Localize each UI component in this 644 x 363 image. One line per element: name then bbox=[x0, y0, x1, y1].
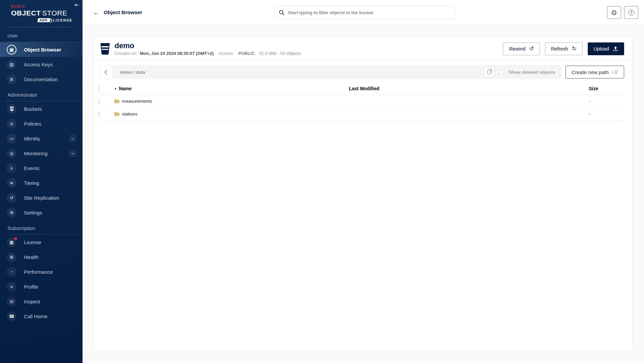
last-modified-cell bbox=[349, 108, 589, 121]
sidebar-item-settings[interactable]: ⚙Settings bbox=[0, 205, 83, 220]
notification-dot bbox=[14, 237, 17, 240]
sidebar-item-profile[interactable]: ≡Profile bbox=[0, 279, 83, 294]
refresh-icon: ↻ bbox=[572, 45, 577, 52]
bucket-browser-card: demo Created on: Mon, Jun 24 2024 08:30:… bbox=[94, 37, 633, 351]
bucket-info: demo Created on: Mon, Jun 24 2024 08:30:… bbox=[115, 41, 503, 56]
access-value[interactable]: PUBLIC bbox=[238, 51, 255, 56]
object-name[interactable]: stations bbox=[114, 111, 349, 117]
search-box[interactable] bbox=[275, 6, 455, 20]
access-keys-icon: ▤ bbox=[7, 60, 17, 69]
folder-icon bbox=[114, 112, 120, 116]
copy-path-button[interactable] bbox=[484, 67, 494, 77]
table-row-stations[interactable]: stations- bbox=[99, 108, 624, 121]
sidebar-item-buckets[interactable]: Buckets bbox=[0, 101, 83, 116]
show-deleted-checkbox[interactable] bbox=[499, 70, 504, 75]
created-on-label: Created on: bbox=[115, 51, 137, 56]
create-path-icon bbox=[612, 70, 618, 74]
sidebar-item-license[interactable]: ▦License bbox=[0, 235, 83, 250]
path-back-button[interactable] bbox=[99, 65, 113, 79]
bucket-name: demo bbox=[115, 41, 503, 50]
bucket-icon bbox=[100, 43, 110, 55]
logo: MINIO OBJECTSTORE AGPL LICENSE bbox=[0, 0, 83, 22]
sidebar-item-identity[interactable]: ▭Identity bbox=[0, 131, 83, 146]
chevron-down-icon[interactable] bbox=[69, 135, 76, 142]
sidebar-item-documentation[interactable]: ≣Documentation bbox=[0, 72, 83, 87]
license-row: AGPL LICENSE bbox=[11, 18, 72, 22]
search-icon bbox=[279, 10, 285, 15]
rewind-icon: ↺ bbox=[529, 45, 534, 52]
sort-asc-icon[interactable]: ▲ bbox=[114, 87, 117, 90]
rewind-label: Rewind bbox=[509, 46, 525, 52]
last-modified-cell bbox=[349, 95, 589, 108]
column-header-size[interactable]: Size bbox=[589, 82, 624, 95]
main-area: ← Object Browser ⚙ ? bbox=[83, 0, 644, 363]
create-new-path-button[interactable]: Create new path bbox=[566, 66, 624, 78]
select-all-checkbox[interactable] bbox=[99, 86, 99, 92]
breadcrumb[interactable]: demo / data bbox=[120, 70, 479, 75]
chevron-down-icon[interactable] bbox=[69, 150, 76, 157]
sidebar-item-site-replication[interactable]: ↺Site Replication bbox=[0, 190, 83, 205]
column-header-name[interactable]: ▲Name bbox=[114, 82, 349, 95]
create-new-path-label: Create new path bbox=[572, 69, 609, 75]
site-replication-icon: ↺ bbox=[7, 193, 17, 203]
upload-label: Upload bbox=[593, 46, 609, 52]
sidebar-item-label: Settings bbox=[24, 210, 42, 216]
sidebar-item-access-keys[interactable]: ▤Access Keys bbox=[0, 57, 83, 72]
sidebar-menu: User▣Object Browser▤Access Keys≣Document… bbox=[0, 27, 83, 324]
sidebar-item-label: Identity bbox=[24, 136, 40, 141]
sidebar-item-label: Events bbox=[24, 165, 39, 171]
search-input[interactable] bbox=[288, 10, 451, 15]
sidebar-collapse-icon[interactable]: ⇤ bbox=[75, 2, 79, 8]
help-button[interactable]: ? bbox=[624, 6, 638, 19]
refresh-label: Refresh bbox=[551, 46, 568, 52]
back-arrow-icon[interactable]: ← bbox=[93, 9, 99, 16]
identity-icon: ▭ bbox=[7, 134, 17, 143]
size-cell: - bbox=[589, 95, 624, 108]
profile-icon: ≡ bbox=[7, 282, 17, 292]
sidebar-item-call-home[interactable]: ☎Call Home bbox=[0, 309, 83, 324]
sidebar-item-performance[interactable]: ◔Performance bbox=[0, 264, 83, 279]
upload-button[interactable]: Upload bbox=[588, 42, 624, 55]
monitoring-icon: ◎ bbox=[7, 148, 17, 158]
bucket-meta: Created on: Mon, Jun 24 2024 08:30:07 (G… bbox=[115, 51, 503, 56]
bucket-actions: Rewind ↺ Refresh ↻ Upload bbox=[503, 42, 624, 55]
row-checkbox[interactable] bbox=[99, 111, 99, 117]
sidebar-item-label: Profile bbox=[24, 284, 38, 290]
created-on-value: Mon, Jun 24 2024 08:30:07 (GMT+2) bbox=[140, 51, 214, 56]
sidebar-item-events[interactable]: λEvents bbox=[0, 161, 83, 175]
column-header-last-modified[interactable]: Last Modified bbox=[349, 82, 589, 95]
refresh-button[interactable]: Refresh ↻ bbox=[545, 42, 583, 55]
sidebar-item-label: License bbox=[24, 239, 41, 245]
sidebar-item-label: Access Keys bbox=[24, 62, 53, 67]
sidebar-item-tiering[interactable]: ≋Tiering bbox=[0, 175, 83, 190]
sidebar-item-policies[interactable]: ⊙Policies bbox=[0, 116, 83, 131]
documentation-icon: ≣ bbox=[7, 74, 17, 84]
object-browser-icon: ▣ bbox=[7, 45, 17, 55]
sidebar: ⇤ MINIO OBJECTSTORE AGPL LICENSE User▣Ob… bbox=[0, 0, 83, 363]
sidebar-item-monitoring[interactable]: ◎Monitoring bbox=[0, 146, 83, 161]
product-name: OBJECTSTORE bbox=[11, 9, 72, 17]
page-title: Object Browser bbox=[104, 9, 142, 15]
agpl-badge: AGPL bbox=[37, 18, 51, 22]
table-row-measurements[interactable]: measurements- bbox=[99, 95, 624, 108]
browse-bar: demo / data Show deleted objects Create … bbox=[99, 65, 624, 79]
sidebar-item-label: Call Home bbox=[24, 314, 47, 319]
divider bbox=[94, 60, 632, 60]
settings-icon: ⚙ bbox=[7, 208, 17, 218]
sidebar-item-object-browser[interactable]: ▣Object Browser bbox=[0, 42, 83, 57]
settings-button[interactable]: ⚙ bbox=[607, 6, 621, 19]
objects-table-wrap: ▲Name Last Modified Size measurements- s… bbox=[94, 79, 632, 121]
size-cell: - bbox=[589, 108, 624, 121]
sidebar-item-inspect[interactable]: ⊟Inspect bbox=[0, 294, 83, 309]
row-checkbox[interactable] bbox=[99, 98, 99, 104]
chevron-left-icon bbox=[104, 70, 109, 75]
health-icon: ⊞ bbox=[7, 252, 17, 262]
performance-icon: ◔ bbox=[7, 267, 17, 277]
inspect-icon: ⊟ bbox=[7, 297, 17, 306]
rewind-button[interactable]: Rewind ↺ bbox=[503, 42, 540, 55]
workspace: demo Created on: Mon, Jun 24 2024 08:30:… bbox=[83, 25, 644, 363]
sidebar-item-health[interactable]: ⊞Health bbox=[0, 250, 83, 264]
object-name-label: stations bbox=[122, 111, 138, 117]
object-name[interactable]: measurements bbox=[114, 99, 349, 104]
policies-icon: ⊙ bbox=[7, 119, 17, 129]
